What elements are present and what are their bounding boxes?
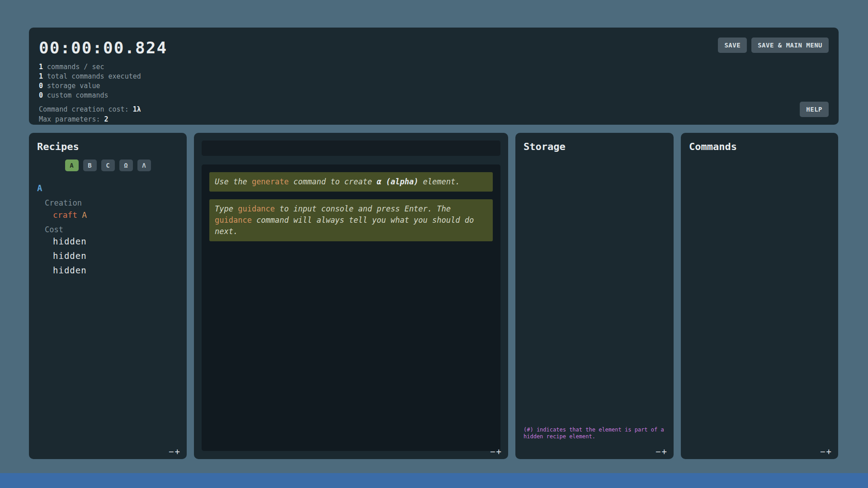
save-button[interactable]: SAVE bbox=[718, 38, 747, 53]
craft-command: craft bbox=[53, 210, 77, 220]
stat-row: 0 custom commands bbox=[39, 91, 829, 100]
cost-item: hidden bbox=[53, 234, 179, 249]
storage-panel-title: Storage bbox=[524, 141, 665, 152]
message-text: command to create bbox=[289, 177, 377, 186]
console-message: Use the generate command to create α (al… bbox=[209, 172, 493, 192]
message-text: element. bbox=[418, 177, 460, 186]
message-text: command will always tell you what you sh… bbox=[215, 216, 474, 236]
command-cost-value: 1λ bbox=[133, 105, 141, 113]
header-panel: 00:00:00.824 1 commands / sec 1 total co… bbox=[29, 28, 839, 125]
storage-panel: Storage (#) indicates that the element i… bbox=[515, 133, 674, 459]
stat-label: custom commands bbox=[47, 91, 108, 99]
craft-recipe-line: craftA bbox=[53, 210, 179, 220]
creation-section-label: Creation bbox=[45, 198, 179, 207]
recipe-tab-lambda[interactable]: Λ bbox=[137, 160, 151, 171]
zoom-out-button[interactable]: − bbox=[490, 446, 495, 456]
commands-panel: Commands −+ bbox=[681, 133, 838, 459]
stat-value: 0 bbox=[39, 82, 43, 90]
zoom-out-button[interactable]: − bbox=[655, 446, 661, 456]
console-message: Type guidance to input console and press… bbox=[209, 199, 493, 241]
cost-item: hidden bbox=[53, 249, 179, 263]
console-zoom-controls: −+ bbox=[490, 446, 502, 456]
recipe-tab-omega[interactable]: Ω bbox=[119, 160, 133, 171]
console-input[interactable] bbox=[202, 141, 500, 156]
max-parameters-value: 2 bbox=[104, 115, 108, 123]
storage-footnote: (#) indicates that the element is part o… bbox=[524, 427, 665, 440]
recipe-tabs: A B C Ω Λ bbox=[37, 160, 179, 171]
command-cost-label: Command creation cost: bbox=[39, 105, 129, 113]
main-panels: Recipes A B C Ω Λ A Creation craftA Cost… bbox=[29, 133, 838, 459]
recipe-element-name: A bbox=[37, 183, 179, 193]
meta-info: Command creation cost: 1λ Max parameters… bbox=[39, 104, 829, 124]
message-emphasis-text: α (alpha) bbox=[377, 177, 418, 186]
console-log: Use the generate command to create α (al… bbox=[202, 164, 500, 451]
stat-row: 0 storage value bbox=[39, 81, 829, 91]
message-command-text: guidance bbox=[238, 204, 275, 213]
recipes-panel: Recipes A B C Ω Λ A Creation craftA Cost… bbox=[29, 133, 187, 459]
zoom-out-button[interactable]: − bbox=[820, 446, 826, 456]
recipe-tab-a[interactable]: A bbox=[65, 160, 79, 171]
bottom-bar bbox=[0, 473, 868, 488]
max-parameters-row: Max parameters: 2 bbox=[39, 114, 829, 124]
message-text: Type bbox=[215, 204, 238, 213]
craft-target-element: A bbox=[82, 210, 87, 220]
stat-value: 1 bbox=[39, 63, 43, 71]
max-parameters-label: Max parameters: bbox=[39, 115, 100, 123]
recipe-tab-c[interactable]: C bbox=[101, 160, 115, 171]
save-main-menu-button[interactable]: SAVE & MAIN MENU bbox=[751, 38, 829, 53]
stat-row: 1 commands / sec bbox=[39, 62, 829, 72]
stats-list: 1 commands / sec 1 total commands execut… bbox=[39, 62, 829, 100]
message-command-text: generate bbox=[252, 177, 289, 186]
stat-row: 1 total commands executed bbox=[39, 72, 829, 81]
message-text: Use the bbox=[215, 177, 252, 186]
cost-item: hidden bbox=[53, 263, 179, 277]
stat-value: 1 bbox=[39, 72, 43, 80]
commands-panel-title: Commands bbox=[689, 141, 830, 152]
zoom-in-button[interactable]: + bbox=[496, 446, 502, 456]
storage-zoom-controls: −+ bbox=[655, 446, 667, 456]
message-text: to input console and press Enter. The bbox=[275, 204, 451, 213]
stat-label: commands / sec bbox=[47, 63, 104, 71]
help-button[interactable]: HELP bbox=[800, 102, 829, 117]
console-panel: Use the generate command to create α (al… bbox=[194, 133, 508, 459]
timer: 00:00:00.824 bbox=[39, 38, 829, 57]
recipes-zoom-controls: −+ bbox=[168, 446, 180, 456]
zoom-in-button[interactable]: + bbox=[175, 446, 180, 456]
message-command-text: guidance bbox=[215, 216, 252, 225]
recipe-tab-b[interactable]: B bbox=[83, 160, 97, 171]
zoom-out-button[interactable]: − bbox=[168, 446, 174, 456]
zoom-in-button[interactable]: + bbox=[826, 446, 832, 456]
zoom-in-button[interactable]: + bbox=[661, 446, 667, 456]
header-buttons: SAVE SAVE & MAIN MENU bbox=[718, 38, 829, 53]
recipes-panel-title: Recipes bbox=[37, 141, 179, 152]
stat-label: storage value bbox=[47, 82, 100, 90]
command-cost-row: Command creation cost: 1λ bbox=[39, 104, 829, 114]
cost-section-label: Cost bbox=[45, 225, 179, 234]
stat-value: 0 bbox=[39, 91, 43, 99]
commands-zoom-controls: −+ bbox=[820, 446, 832, 456]
stat-label: total commands executed bbox=[47, 72, 141, 80]
